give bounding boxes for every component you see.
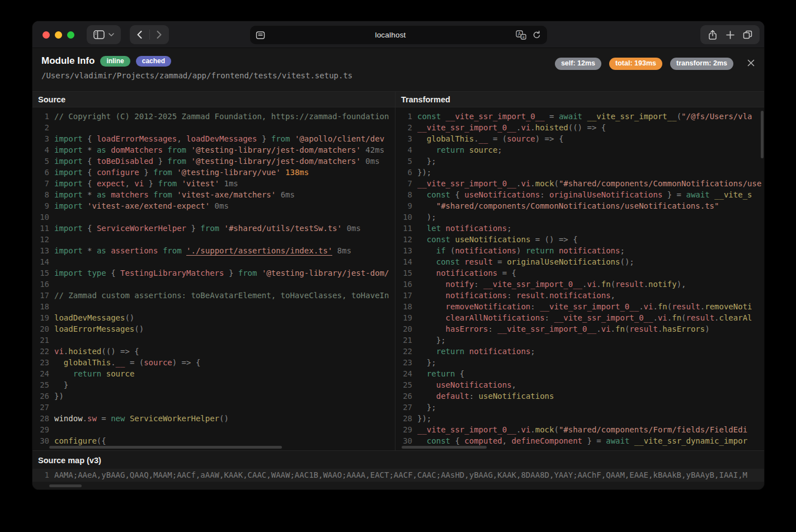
source-panel-title: Source [32, 92, 395, 107]
window-zoom-button[interactable] [67, 31, 74, 39]
code-line: 28}); [398, 413, 764, 424]
source-horizontal-scrollbar[interactable] [49, 446, 282, 449]
code-line: 21 }; [398, 335, 764, 346]
code-line: 4import * as domMatchers from '@testing-… [35, 144, 395, 156]
transformed-panel-title: Transformed [395, 92, 764, 107]
transformed-code: 1const __vite_ssr_import_0__ = await __v… [395, 107, 764, 450]
line-number: 5 [398, 156, 412, 167]
line-number: 10 [35, 211, 49, 223]
line-number: 18 [398, 301, 412, 312]
line-number: 16 [35, 279, 49, 290]
line-number: 26 [35, 390, 49, 402]
line-number: 30 [35, 435, 49, 446]
code-line: 14 const result = originalUseNotificatio… [398, 256, 764, 267]
timing-self-badge: self: 12ms [555, 58, 601, 70]
code-line: 13 if (notifications) return notificatio… [398, 245, 764, 256]
line-number: 6 [398, 167, 412, 178]
code-line: 6import { configure } from '@testing-lib… [35, 167, 395, 178]
line-number: 2 [398, 122, 412, 133]
sidebar-toggle-button[interactable] [87, 25, 121, 44]
tabs-overview-button[interactable] [743, 30, 752, 39]
code-line: 30configure({ [35, 435, 395, 446]
translate-icon[interactable]: A a [516, 30, 526, 40]
code-line: 7import { expect, vi } from 'vitest' 1ms [35, 178, 395, 189]
line-number: 30 [398, 435, 412, 446]
transformed-horizontal-scrollbar[interactable] [402, 446, 487, 449]
code-line: 3 globalThis.__ = (source) => { [398, 133, 764, 144]
code-line: 1// Copyright (C) 2012-2025 Zammad Found… [35, 111, 395, 122]
source-code: 1// Copyright (C) 2012-2025 Zammad Found… [32, 107, 395, 450]
sourcemap-section: Source map (v3) 1AAMA;AAeA,yBAAG,QAAQ,MA… [32, 451, 764, 489]
line-number: 20 [398, 323, 412, 335]
line-number: 14 [398, 256, 412, 267]
address-bar[interactable]: localhost A a [250, 26, 547, 44]
code-line: 7__vite_ssr_import_0__.vi.mock("#shared/… [398, 178, 764, 189]
window-minimize-button[interactable] [55, 31, 62, 39]
toolbar-right-buttons [700, 25, 760, 44]
code-line: 16 notify: __vite_ssr_import_0__.vi.fn(r… [398, 279, 764, 290]
code-line: 22 return notifications; [398, 346, 764, 357]
code-line: 23 }; [398, 357, 764, 368]
code-line: 26}) [35, 390, 395, 402]
reload-button[interactable] [532, 30, 541, 40]
code-line: 22vi.hoisted(() => { [35, 346, 395, 357]
code-line: 2 [35, 122, 395, 133]
browser-window: localhost A a [32, 21, 764, 489]
line-number: 1 [398, 111, 412, 122]
code-line: 27 }; [398, 402, 764, 413]
line-number: 18 [35, 301, 49, 312]
code-line: 9import 'vitest-axe/extend-expect' 0ms [35, 200, 395, 211]
line-number: 7 [398, 178, 412, 189]
sourcemap-horizontal-scrollbar[interactable] [49, 484, 82, 487]
transformed-vertical-scrollbar[interactable] [761, 111, 764, 158]
line-number: 27 [398, 402, 412, 413]
share-button[interactable] [708, 30, 718, 40]
code-line: 23 globalThis.__ = (source) => { [35, 357, 395, 368]
line-number: 22 [35, 346, 49, 357]
code-line: 8 const { useNotifications: originalUseN… [398, 189, 764, 200]
browser-toolbar: localhost A a [32, 21, 764, 48]
code-line: 18 [35, 301, 395, 312]
line-number: 3 [398, 133, 412, 144]
close-button[interactable] [747, 58, 755, 67]
back-button[interactable] [130, 25, 149, 44]
module-link[interactable]: './support/assertions/index.ts' [186, 246, 332, 256]
code-line: 10 [35, 211, 395, 223]
forward-button[interactable] [150, 25, 169, 44]
code-line: 2__vite_ssr_import_0__.vi.hoisted(() => … [398, 122, 764, 133]
url-text: localhost [265, 31, 516, 39]
line-number: 1 [35, 469, 49, 482]
line-number: 12 [398, 234, 412, 245]
line-number: 24 [35, 368, 49, 379]
code-line: 29__vite_ssr_import_0__.vi.mock("#shared… [398, 424, 764, 435]
code-line: 10 ); [398, 211, 764, 223]
timing-transform-badge: transform: 2ms [670, 58, 733, 70]
code-line: 11import { ServiceWorkerHelper } from '#… [35, 223, 395, 234]
line-number: 19 [398, 312, 412, 323]
code-line: 16 [35, 279, 395, 290]
cached-badge: cached [136, 56, 171, 67]
module-info-header: Module Info inline cached /Users/vladimi… [32, 48, 764, 92]
sourcemap-mappings: AAMA;AAeA,yBAAG,QAAQ,MAAM;AACf,aAAW,KAAK… [54, 470, 747, 479]
code-line: 27 [35, 402, 395, 413]
code-line: 5import { toBeDisabled } from '@testing-… [35, 156, 395, 167]
line-number: 19 [35, 312, 49, 323]
code-line: 5 }; [398, 156, 764, 167]
sourcemap-title: Source map (v3) [32, 451, 764, 469]
line-number: 15 [398, 267, 412, 279]
code-line: 3import { loadErrorMessages, loadDevMess… [35, 133, 395, 144]
code-line: 21 [35, 335, 395, 346]
code-line: 1const __vite_ssr_import_0__ = await __v… [398, 111, 764, 122]
line-number: 15 [35, 267, 49, 279]
line-number: 4 [398, 144, 412, 156]
code-line: 11 let notifications; [398, 223, 764, 234]
line-number: 28 [35, 413, 49, 424]
code-line: 20loadErrorMessages() [35, 323, 395, 335]
new-tab-button[interactable] [726, 31, 734, 39]
line-number: 17 [398, 290, 412, 301]
page-title: Module Info [41, 55, 95, 67]
window-close-button[interactable] [43, 31, 50, 39]
page-format-icon[interactable] [256, 31, 265, 40]
line-number: 2 [35, 122, 49, 133]
code-line: 29 [35, 424, 395, 435]
